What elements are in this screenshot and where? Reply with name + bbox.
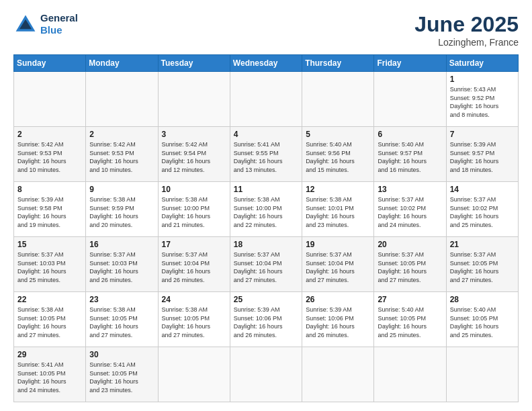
weekday-header: Friday bbox=[374, 55, 446, 72]
calendar-cell: 10Sunrise: 5:38 AMSunset: 10:00 PMDaylig… bbox=[158, 182, 230, 237]
location: Lozinghem, France bbox=[414, 37, 519, 48]
calendar-cell: 4Sunrise: 5:41 AMSunset: 9:55 PMDaylight… bbox=[230, 127, 302, 182]
calendar-cell: 29Sunrise: 5:41 AMSunset: 10:05 PMDaylig… bbox=[14, 347, 86, 402]
calendar-cell: 15Sunrise: 5:37 AMSunset: 10:03 PMDaylig… bbox=[14, 237, 86, 292]
calendar-cell: 22Sunrise: 5:38 AMSunset: 10:05 PMDaylig… bbox=[14, 292, 86, 347]
header: General Blue June 2025 Lozinghem, France bbox=[13, 12, 519, 48]
calendar-cell: 14Sunrise: 5:37 AMSunset: 10:02 PMDaylig… bbox=[446, 182, 518, 237]
page: General Blue June 2025 Lozinghem, France… bbox=[0, 0, 532, 411]
calendar-cell: 11Sunrise: 5:38 AMSunset: 10:00 PMDaylig… bbox=[230, 182, 302, 237]
calendar-cell: 20Sunrise: 5:37 AMSunset: 10:05 PMDaylig… bbox=[374, 237, 446, 292]
calendar-cell: 13Sunrise: 5:37 AMSunset: 10:02 PMDaylig… bbox=[374, 182, 446, 237]
calendar-cell: 21Sunrise: 5:37 AMSunset: 10:05 PMDaylig… bbox=[446, 237, 518, 292]
weekday-header: Sunday bbox=[14, 55, 86, 72]
calendar-row: 1Sunrise: 5:43 AMSunset: 9:52 PMDaylight… bbox=[14, 72, 519, 127]
calendar-cell bbox=[302, 72, 374, 127]
calendar-cell: 16Sunrise: 5:37 AMSunset: 10:03 PMDaylig… bbox=[86, 237, 158, 292]
calendar-cell: 19Sunrise: 5:37 AMSunset: 10:04 PMDaylig… bbox=[302, 237, 374, 292]
calendar-row: 2Sunrise: 5:42 AMSunset: 9:53 PMDaylight… bbox=[14, 127, 519, 182]
weekday-header: Monday bbox=[86, 55, 158, 72]
calendar-cell: 23Sunrise: 5:38 AMSunset: 10:05 PMDaylig… bbox=[86, 292, 158, 347]
calendar-row: 15Sunrise: 5:37 AMSunset: 10:03 PMDaylig… bbox=[14, 237, 519, 292]
calendar-cell: 27Sunrise: 5:40 AMSunset: 10:05 PMDaylig… bbox=[374, 292, 446, 347]
calendar-cell bbox=[302, 347, 374, 402]
calendar-cell: 2Sunrise: 5:42 AMSunset: 9:53 PMDaylight… bbox=[14, 127, 86, 182]
calendar-cell: 24Sunrise: 5:38 AMSunset: 10:05 PMDaylig… bbox=[158, 292, 230, 347]
calendar-cell: 18Sunrise: 5:37 AMSunset: 10:04 PMDaylig… bbox=[230, 237, 302, 292]
calendar-table: SundayMondayTuesdayWednesdayThursdayFrid… bbox=[13, 54, 519, 402]
calendar-cell bbox=[374, 347, 446, 402]
calendar-cell: 8Sunrise: 5:39 AMSunset: 9:58 PMDaylight… bbox=[14, 182, 86, 237]
calendar-cell bbox=[14, 72, 86, 127]
calendar-cell: 7Sunrise: 5:39 AMSunset: 9:57 PMDaylight… bbox=[446, 127, 518, 182]
month-title: June 2025 bbox=[414, 12, 519, 37]
calendar-row: 8Sunrise: 5:39 AMSunset: 9:58 PMDaylight… bbox=[14, 182, 519, 237]
weekday-header: Tuesday bbox=[158, 55, 230, 72]
calendar-cell bbox=[446, 347, 518, 402]
logo: General Blue bbox=[13, 12, 78, 36]
calendar-cell: 6Sunrise: 5:40 AMSunset: 9:57 PMDaylight… bbox=[374, 127, 446, 182]
logo-text: General Blue bbox=[40, 12, 78, 36]
calendar-cell: 5Sunrise: 5:40 AMSunset: 9:56 PMDaylight… bbox=[302, 127, 374, 182]
calendar-cell bbox=[230, 72, 302, 127]
header-row: SundayMondayTuesdayWednesdayThursdayFrid… bbox=[14, 55, 519, 72]
calendar-cell: 25Sunrise: 5:39 AMSunset: 10:06 PMDaylig… bbox=[230, 292, 302, 347]
weekday-header: Thursday bbox=[302, 55, 374, 72]
calendar-cell: 3Sunrise: 5:42 AMSunset: 9:54 PMDaylight… bbox=[158, 127, 230, 182]
calendar-cell: 30Sunrise: 5:41 AMSunset: 10:05 PMDaylig… bbox=[86, 347, 158, 402]
calendar-cell bbox=[158, 72, 230, 127]
calendar-cell bbox=[158, 347, 230, 402]
calendar-cell: 1Sunrise: 5:43 AMSunset: 9:52 PMDaylight… bbox=[446, 72, 518, 127]
weekday-header: Wednesday bbox=[230, 55, 302, 72]
calendar-cell bbox=[86, 72, 158, 127]
weekday-header: Saturday bbox=[446, 55, 518, 72]
calendar-cell: 26Sunrise: 5:39 AMSunset: 10:06 PMDaylig… bbox=[302, 292, 374, 347]
calendar-row: 22Sunrise: 5:38 AMSunset: 10:05 PMDaylig… bbox=[14, 292, 519, 347]
calendar-row: 29Sunrise: 5:41 AMSunset: 10:05 PMDaylig… bbox=[14, 347, 519, 402]
logo-icon bbox=[13, 12, 38, 36]
calendar-cell: 2Sunrise: 5:42 AMSunset: 9:53 PMDaylight… bbox=[86, 127, 158, 182]
title-block: June 2025 Lozinghem, France bbox=[414, 12, 519, 48]
calendar-cell: 12Sunrise: 5:38 AMSunset: 10:01 PMDaylig… bbox=[302, 182, 374, 237]
calendar-cell bbox=[374, 72, 446, 127]
calendar-cell bbox=[230, 347, 302, 402]
calendar-cell: 17Sunrise: 5:37 AMSunset: 10:04 PMDaylig… bbox=[158, 237, 230, 292]
calendar-cell: 9Sunrise: 5:38 AMSunset: 9:59 PMDaylight… bbox=[86, 182, 158, 237]
calendar-cell: 28Sunrise: 5:40 AMSunset: 10:05 PMDaylig… bbox=[446, 292, 518, 347]
